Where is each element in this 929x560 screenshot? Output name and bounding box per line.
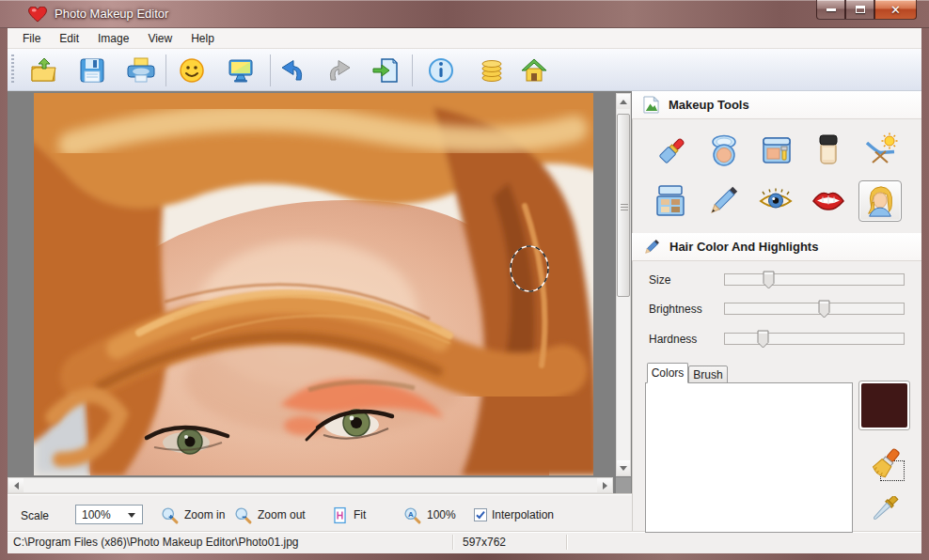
coins-icon <box>477 55 507 86</box>
save-button[interactable] <box>75 54 109 86</box>
home-button[interactable] <box>517 54 551 86</box>
scale-dropdown[interactable]: 100% <box>75 505 143 524</box>
actual-size-label: 100% <box>427 508 456 521</box>
fit-button[interactable]: Fit <box>331 504 366 526</box>
scale-label: Scale <box>21 509 49 522</box>
tool-eyeshadow[interactable] <box>651 181 690 221</box>
export-button[interactable] <box>369 54 402 86</box>
dropdown-arrow-icon <box>128 513 135 518</box>
horizontal-scrollbar[interactable] <box>8 477 613 493</box>
tab-brush[interactable]: Brush <box>688 366 728 383</box>
info-icon <box>426 55 456 86</box>
monitor-icon <box>226 55 256 86</box>
hair-section-header: Hair Color And Highlights <box>632 233 921 261</box>
tool-blush[interactable] <box>757 131 796 170</box>
zoom-out-button[interactable]: Zoom out <box>233 504 306 526</box>
tab-colors[interactable]: Colors <box>647 363 688 383</box>
scroll-right-arrow[interactable] <box>597 478 612 492</box>
smiley-makeover-button[interactable] <box>175 54 209 86</box>
menu-help[interactable]: Help <box>181 29 224 48</box>
photo-canvas[interactable] <box>34 93 593 475</box>
interpolation-checkbox[interactable]: Interpolation <box>474 504 554 526</box>
tool-eye-color[interactable] <box>756 181 795 221</box>
tool-powder[interactable] <box>704 131 744 170</box>
title-bar[interactable]: Photo Makeup Editor ✕ <box>0 0 929 28</box>
makeup-tools-title: Makeup Tools <box>669 98 749 112</box>
actual-size-button[interactable]: A 100% <box>402 504 456 526</box>
redo-icon <box>324 55 354 86</box>
right-arrow-icon <box>603 482 607 490</box>
undo-button[interactable] <box>276 54 309 86</box>
info-button[interactable] <box>424 54 458 86</box>
eyedropper-button[interactable] <box>865 496 903 533</box>
pencil-small-icon <box>643 239 660 256</box>
print-icon <box>126 55 156 86</box>
tab-brush-label: Brush <box>693 368 722 381</box>
open-button[interactable] <box>26 54 60 86</box>
maximize-button[interactable] <box>845 0 874 20</box>
hardness-label: Hardness <box>649 333 697 346</box>
lipstick-icon <box>653 132 691 169</box>
smiley-icon <box>177 55 207 86</box>
menu-view[interactable]: View <box>138 29 181 48</box>
toolbar-separator <box>165 54 166 86</box>
paintbrush-icon <box>865 445 905 485</box>
down-arrow-icon <box>620 466 627 471</box>
menu-image[interactable]: Image <box>88 29 138 48</box>
scroll-up-arrow[interactable] <box>617 94 630 109</box>
hair-section-title: Hair Color And Highlights <box>669 240 818 254</box>
size-slider[interactable] <box>724 273 905 286</box>
tool-foundation[interactable] <box>809 131 848 170</box>
zoom-in-label: Zoom in <box>184 508 225 521</box>
fill-brush-button[interactable] <box>865 445 905 488</box>
toolbar-grip[interactable] <box>11 54 14 85</box>
tool-suntan[interactable] <box>860 131 900 170</box>
vertical-scrollbar[interactable] <box>616 93 631 476</box>
size-label: Size <box>649 273 670 287</box>
home-icon <box>519 55 549 86</box>
minimize-button[interactable] <box>816 0 845 20</box>
app-heart-icon[interactable] <box>28 7 47 23</box>
display-button[interactable] <box>224 54 258 86</box>
current-color-swatch[interactable] <box>858 381 910 430</box>
brightness-slider[interactable] <box>724 303 905 315</box>
hardness-slider-thumb[interactable] <box>757 330 769 349</box>
vertical-scroll-thumb[interactable] <box>617 114 630 297</box>
scroll-down-arrow[interactable] <box>617 460 630 475</box>
image-file-icon <box>643 96 659 114</box>
menu-file[interactable]: File <box>13 29 50 48</box>
tool-lipstick[interactable] <box>653 131 692 170</box>
tool-eyeliner-pencil[interactable] <box>703 181 743 221</box>
tab-colors-label: Colors <box>652 366 685 380</box>
menu-bar: File Edit Image View Help <box>8 28 921 49</box>
zoom-out-label: Zoom out <box>258 508 306 521</box>
scroll-left-arrow[interactable] <box>8 478 24 492</box>
fit-icon <box>331 506 349 525</box>
tool-hair-color[interactable] <box>858 180 902 222</box>
hardness-slider[interactable] <box>724 333 905 345</box>
up-arrow-icon <box>620 100 627 104</box>
coins-button[interactable] <box>475 54 509 86</box>
blush-icon <box>758 132 795 169</box>
close-button[interactable]: ✕ <box>874 0 917 20</box>
undo-icon <box>277 55 307 86</box>
status-image-size: 597x762 <box>463 536 506 549</box>
powder-icon <box>705 132 743 169</box>
maximize-icon <box>856 6 865 13</box>
left-arrow-icon <box>14 482 19 490</box>
eye-icon <box>757 182 795 220</box>
menu-edit[interactable]: Edit <box>50 29 88 48</box>
size-slider-thumb[interactable] <box>763 271 775 289</box>
scrollbar-corner <box>616 477 631 493</box>
status-file-path: C:\Program Files (x86)\Photo Makeup Edit… <box>13 536 298 549</box>
tool-teeth-whitening[interactable] <box>809 181 848 221</box>
window-title: Photo Makeup Editor <box>55 7 168 21</box>
colors-tab-pane <box>645 382 853 533</box>
brightness-slider-thumb[interactable] <box>818 300 830 319</box>
redo-button[interactable] <box>323 54 356 86</box>
interpolation-label: Interpolation <box>492 508 554 521</box>
zoom-in-button[interactable]: Zoom in <box>160 504 225 526</box>
close-icon: ✕ <box>890 4 901 16</box>
scale-value: 100% <box>82 508 111 521</box>
print-button[interactable] <box>124 54 158 86</box>
